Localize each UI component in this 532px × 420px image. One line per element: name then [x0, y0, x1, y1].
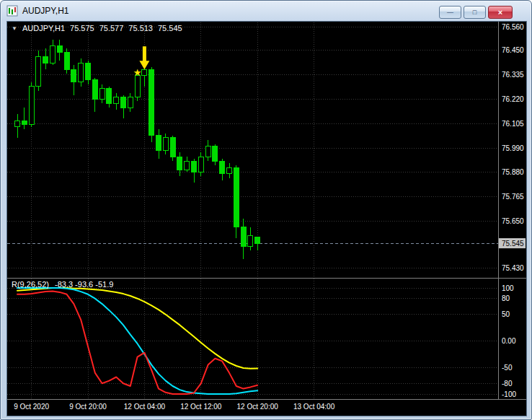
symbol-period-label: AUDJPY,H1 [22, 24, 65, 32]
close-value: 75.545 [158, 24, 182, 32]
candle-body [163, 138, 168, 151]
candle-body [192, 161, 197, 172]
indicator-label: R(9,26,52) -83.3 -93.6 -51.9 [12, 280, 113, 289]
indicator-name: R(9,26,52) [12, 280, 49, 289]
chart-client-area: 9 Oct 20209 Oct 20:0012 Oct 04:0012 Oct … [7, 22, 526, 416]
candle-body [29, 87, 34, 125]
candle-body [86, 63, 91, 80]
minimize-button[interactable]: — [439, 6, 461, 19]
candle-body [128, 97, 133, 108]
candle-body [177, 157, 182, 170]
sell-signal-arrow-icon [139, 46, 149, 69]
candle-body [185, 161, 190, 170]
candle-body [220, 161, 225, 174]
candle-body [170, 138, 175, 157]
chart-window: AUDJPY,H1 — □ × 9 Oct 20209 Oct 20:0012 … [0, 0, 532, 420]
candle-body [107, 89, 112, 104]
candle-body [198, 157, 203, 172]
candle-body [22, 121, 27, 125]
candle-body [135, 76, 140, 97]
candle-body [248, 236, 253, 247]
caption-buttons: — □ × [439, 6, 513, 19]
candle-body [213, 146, 218, 162]
candle-body [15, 121, 20, 127]
candle-body [114, 97, 119, 104]
high-value: 75.577 [99, 24, 124, 32]
close-icon: × [498, 9, 502, 16]
candle-body [36, 56, 41, 86]
candle-body [234, 167, 239, 227]
time-scale[interactable] [7, 400, 526, 416]
candle-body [71, 69, 76, 82]
candle-body [64, 52, 69, 69]
ohlc-info: ▼ AUDJPY,H1 75.575 75.577 75.513 75.545 [12, 24, 182, 32]
candle-body [121, 97, 126, 108]
chart-canvas[interactable]: 9 Oct 20209 Oct 20:0012 Oct 04:0012 Oct … [7, 22, 526, 416]
open-value: 75.575 [70, 24, 94, 32]
indicator-values: -83.3 -93.6 -51.9 [55, 280, 113, 289]
candle-body [227, 167, 232, 174]
candle-body [50, 46, 56, 64]
star-marker-icon: ★ [133, 67, 142, 78]
title-bar[interactable]: AUDJPY,H1 — □ × [1, 1, 531, 21]
window-title: AUDJPY,H1 [22, 6, 68, 16]
candle-body [79, 63, 84, 82]
candle-body [57, 46, 62, 53]
price-scale[interactable] [499, 22, 526, 399]
maximize-button[interactable]: □ [464, 6, 486, 19]
candle-body [92, 80, 97, 100]
candle-body [255, 237, 260, 243]
minimize-icon: — [447, 9, 453, 16]
candle-body [205, 146, 210, 157]
candle-body [99, 89, 105, 100]
chart-icon [6, 5, 18, 17]
candle-body [156, 136, 161, 151]
low-value: 75.513 [128, 24, 153, 32]
maximize-icon: □ [473, 9, 476, 16]
close-button[interactable]: × [488, 6, 513, 19]
candle-body [149, 69, 154, 136]
candle-body [241, 227, 246, 247]
symbol-dropdown-icon[interactable]: ▼ [12, 24, 17, 32]
candle-body [43, 56, 48, 63]
candle-body [142, 69, 147, 76]
